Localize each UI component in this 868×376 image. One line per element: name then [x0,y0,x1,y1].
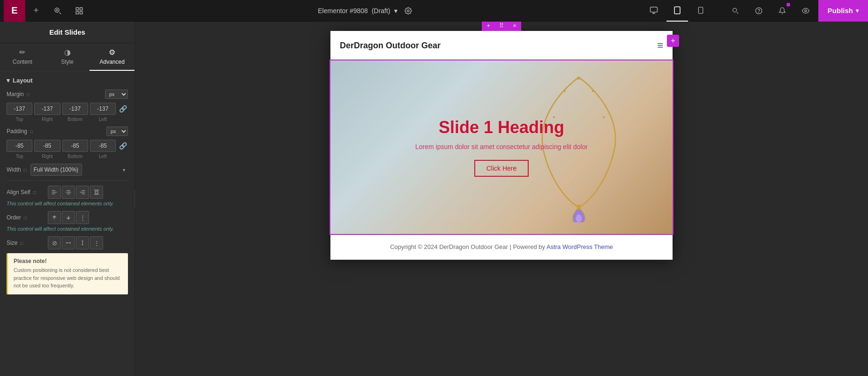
margin-bottom-input[interactable] [62,103,88,115]
size-shrink-button[interactable] [76,236,89,249]
margin-left-input[interactable] [90,103,116,115]
margin-left-label: Left [90,117,116,122]
add-element-button[interactable]: + [25,0,47,22]
align-self-helper: This control will affect contained eleme… [7,201,128,206]
padding-left-input[interactable] [90,140,116,152]
width-row: Width □ Full Width (100%) Custom Auto [7,164,128,176]
footer-link[interactable]: Astra WordPress Theme [546,243,613,250]
chevron-down-icon: ▾ [394,7,397,15]
slide-heading: Slide 1 Heading [349,118,654,137]
document-name: Elementor #9808 [318,7,368,15]
align-self-stretch-button[interactable] [90,186,103,199]
panel-title-text: Edit Slides [49,28,85,36]
padding-link-icon[interactable]: 🔗 [118,140,128,152]
panel-tabs: ✏ Content ◑ Style ⚙ Advanced [0,43,135,71]
width-label-text: Width [7,166,21,173]
preview-button[interactable] [795,0,816,22]
padding-field-row: Padding □ px%em [7,127,128,136]
svg-point-38 [564,90,566,92]
order-helper: This control will affect contained eleme… [7,226,128,232]
tablet-view-button[interactable] [666,0,688,22]
size-grow-button[interactable] [62,236,75,249]
settings-icon[interactable] [401,0,415,22]
width-label: Width □ [7,166,27,173]
size-row: Size □ ⊘ ⋮ [7,236,128,249]
note-title: Please note! [14,258,122,264]
padding-top-input[interactable] [7,140,32,152]
mobile-view-button[interactable] [690,0,711,22]
tab-content[interactable]: ✏ Content [0,43,45,71]
advanced-tab-icon: ⚙ [109,48,115,57]
site-footer: Copyright © 2024 DerDragon Outdoor Gear … [330,234,673,260]
align-self-row: Align Self □ [7,186,128,199]
size-label: Size □ [7,240,44,246]
align-self-center-button[interactable] [62,186,75,199]
site-nav: DerDragon Outdoor Gear ≡ [330,31,673,60]
padding-top-label: Top [7,154,32,159]
margin-bottom-label: Bottom [62,117,88,122]
svg-point-7 [407,10,409,12]
order-start-button[interactable] [48,211,61,224]
tab-style[interactable]: ◑ Style [45,43,90,71]
left-panel: Edit Slides ✏ Content ◑ Style ⚙ Advanced… [0,22,135,376]
top-bar: E + Elementor #9808 (Draft) ▾ [0,0,868,22]
order-end-button[interactable] [62,211,75,224]
separator-1 [7,180,128,181]
width-select-wrap: Full Width (100%) Custom Auto [30,164,128,176]
desktop-view-button[interactable] [643,0,665,22]
margin-right-input[interactable] [34,103,60,115]
search-button[interactable] [725,0,746,22]
note-box: Please note! Custom positioning is not c… [7,253,128,294]
navigator-button[interactable] [68,0,90,22]
help-button[interactable] [748,0,770,22]
margin-right-label: Right [34,117,60,122]
svg-point-15 [733,8,736,12]
margin-top-input[interactable] [7,103,32,115]
svg-rect-5 [76,11,78,14]
size-responsive-icon: □ [20,241,23,246]
padding-bottom-input[interactable] [62,140,88,152]
order-buttons: ⋮ [48,211,89,224]
widget-add-button[interactable]: + [482,22,495,31]
notifications-button[interactable] [771,0,793,22]
widget-move-button[interactable]: ⠿ [495,22,508,31]
padding-input-labels: Top Right Bottom Left [7,154,128,159]
padding-unit-select[interactable]: px%em [106,127,128,136]
publish-button[interactable]: Publish ▾ [818,0,868,22]
align-self-buttons [48,186,103,199]
add-section-button[interactable]: + [667,35,679,47]
content-tab-label: Content [13,59,32,65]
slide-cta-button[interactable]: Click Here [474,160,529,177]
layout-section-header[interactable]: ▾ Layout [7,77,128,84]
elementor-logo[interactable]: E [4,0,25,22]
document-title[interactable]: Elementor #9808 (Draft) ▾ [318,0,415,22]
margin-field-row: Margin □ px%emremvwvh [7,90,128,99]
padding-bottom-label: Bottom [62,154,88,159]
padding-right-input[interactable] [34,140,60,152]
align-self-start-button[interactable] [48,186,61,199]
svg-rect-30 [95,191,98,194]
order-label-text: Order [7,214,21,221]
hamburger-menu-icon[interactable]: ≡ [657,39,663,52]
margin-unit-select[interactable]: px%emremvwvh [105,90,128,99]
margin-link-icon[interactable]: 🔗 [118,103,128,115]
align-self-label-text: Align Self [7,189,30,196]
widget-close-button[interactable]: × [508,22,521,31]
size-custom-button[interactable]: ⋮ [90,236,103,249]
find-replace-button[interactable] [47,0,68,22]
svg-point-35 [576,214,582,222]
size-none-button[interactable]: ⊘ [48,236,61,249]
footer-copyright: Copyright © 2024 DerDragon Outdoor Gear … [390,243,546,250]
margin-label: Margin □ [7,91,105,98]
top-bar-right: Publish ▾ [643,0,868,22]
order-custom-button[interactable]: ⋮ [76,211,89,224]
content-tab-icon: ✏ [19,48,25,57]
tab-advanced[interactable]: ⚙ Advanced [90,43,135,71]
align-self-end-button[interactable] [76,186,89,199]
svg-rect-8 [650,7,657,12]
width-select[interactable]: Full Width (100%) Custom Auto [30,164,82,176]
style-tab-icon: ◑ [64,48,71,57]
slide-section[interactable]: Slide 1 Heading Lorem ipsum dolor sit am… [330,60,673,234]
layout-section-title: Layout [13,77,33,84]
padding-right-label: Right [34,154,60,159]
